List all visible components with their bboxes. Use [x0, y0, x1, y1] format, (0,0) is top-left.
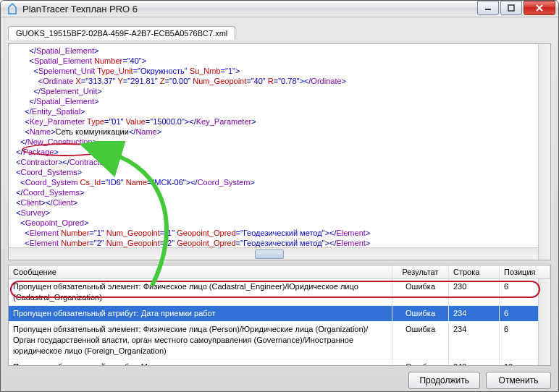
table-row[interactable]: Пропущен обязательный элемент: Физически… — [9, 322, 550, 359]
xml-line[interactable]: </Spatial_Element> — [12, 46, 535, 56]
table-header: Сообщение Результат Строка Позиция — [9, 265, 550, 279]
xml-line[interactable]: </Coord_Systems> — [12, 187, 535, 197]
table-row[interactable]: Пропущен обязательный атрибут: Метод опр… — [9, 359, 550, 365]
window-title: PlanTracer Техплан PRO 6 — [22, 4, 476, 14]
col-line[interactable]: Строка — [449, 265, 500, 278]
scroll-thumb[interactable] — [255, 250, 284, 259]
xml-line[interactable]: <Name>Сеть коммуникации</Name> — [12, 127, 535, 137]
cell-message: Пропущен обязательный элемент: Физически… — [9, 322, 392, 359]
table-row[interactable]: Пропущен обязательный атрибут: Дата прие… — [9, 306, 550, 322]
app-icon — [7, 3, 18, 14]
cell-message: Пропущен обязательный атрибут: Дата прие… — [9, 306, 392, 321]
cell-line: 234 — [449, 306, 500, 321]
cell-line: 248 — [449, 359, 500, 365]
tab-file[interactable]: GUOKS_19515BF2-02BA-459F-A2B7-ECB5A0576B… — [8, 26, 235, 40]
xml-line[interactable]: </Spatial_Element> — [12, 96, 535, 106]
cell-result: Ошибка — [392, 359, 449, 365]
xml-line[interactable]: <Geopoint_Opred> — [12, 218, 535, 228]
xml-line[interactable]: </Package> — [12, 147, 535, 157]
xml-line[interactable]: <Key_Parameter Type="01" Value="15000.0"… — [12, 116, 535, 127]
xml-line[interactable]: <Client></Client> — [12, 197, 535, 208]
close-button[interactable] — [524, 1, 555, 15]
xml-line[interactable]: <Survey> — [12, 208, 535, 218]
svg-rect-2 — [508, 5, 514, 11]
vertical-scrollbar[interactable] — [538, 44, 550, 260]
client-area: GUOKS_19515BF2-02BA-459F-A2B7-ECB5A0576B… — [1, 17, 558, 392]
xml-line[interactable]: </New_Construction> — [12, 137, 535, 147]
error-table: Сообщение Результат Строка Позиция Пропу… — [8, 265, 551, 366]
xml-content[interactable]: </Spatial_Element> <Spatial_Element Numb… — [9, 44, 538, 260]
cancel-button[interactable]: Отменить — [486, 372, 551, 389]
minimize-button[interactable] — [477, 1, 499, 15]
cell-line: 230 — [449, 279, 500, 305]
xml-line[interactable]: <Element Number="1" Num_Geopoint="1" Geo… — [12, 228, 535, 238]
col-position[interactable]: Позиция — [500, 265, 550, 278]
titlebar[interactable]: PlanTracer Техплан PRO 6 — [1, 1, 558, 17]
table-scrollbar[interactable] — [538, 279, 550, 365]
table-row[interactable]: Пропущен обязательный элемент: Физическо… — [9, 279, 550, 306]
xml-line[interactable]: </Entity_Spatial> — [12, 106, 535, 116]
cell-result: Ошибка — [392, 306, 449, 321]
col-result[interactable]: Результат — [392, 265, 449, 278]
xml-line[interactable]: </Spelement_Unit> — [12, 86, 535, 96]
window-controls — [476, 1, 555, 17]
xml-line[interactable]: <Spelement_Unit Type_Unit="Окружность" S… — [12, 66, 535, 76]
xml-line[interactable]: <Spatial_Element Number="40"> — [12, 56, 535, 66]
cell-result: Ошибка — [392, 322, 449, 359]
horizontal-scrollbar[interactable] — [9, 247, 538, 260]
continue-button[interactable]: Продолжить — [408, 372, 480, 389]
svg-marker-0 — [9, 4, 16, 14]
table-body: Пропущен обязательный элемент: Физическо… — [9, 279, 550, 365]
xml-line[interactable]: <Ordinate X="313.37" Y="291.81" Z="0.00"… — [12, 76, 535, 86]
xml-line[interactable]: <Coord_Systems> — [12, 167, 535, 177]
cell-message: Пропущен обязательный элемент: Физическо… — [9, 279, 392, 305]
cell-message: Пропущен обязательный атрибут: Метод опр… — [9, 359, 392, 365]
tab-strip: GUOKS_19515BF2-02BA-459F-A2B7-ECB5A0576B… — [8, 23, 551, 39]
xml-line[interactable]: <Element Number="2" Num_Geopoint="2" Geo… — [12, 238, 535, 248]
cell-line: 234 — [449, 322, 500, 359]
col-message[interactable]: Сообщение — [9, 265, 392, 278]
xml-line[interactable]: <Coord_System Cs_Id="ID6" Name="МСК-06">… — [12, 177, 535, 187]
xml-line[interactable]: <Contractor></Contractor> — [12, 157, 535, 167]
xml-viewer[interactable]: </Spatial_Element> <Spatial_Element Numb… — [8, 43, 551, 260]
cell-result: Ошибка — [392, 279, 449, 305]
app-window: PlanTracer Техплан PRO 6 GUOKS_19515BF2-… — [0, 0, 559, 392]
button-row: Продолжить Отменить — [8, 370, 551, 389]
maximize-button[interactable] — [500, 1, 522, 15]
